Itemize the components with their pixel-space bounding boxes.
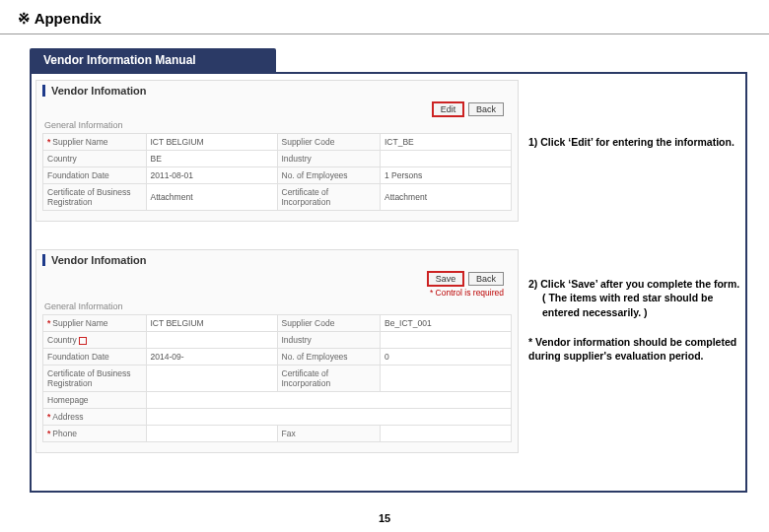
- val: Be_ICT_001: [381, 315, 512, 332]
- page-title: ※ Appendix: [0, 0, 769, 34]
- lbl: Foundation Date: [43, 167, 147, 184]
- val: ICT BELGIUM: [146, 134, 277, 151]
- val: 2014-09-: [146, 349, 277, 366]
- red-box-icon: [79, 337, 87, 345]
- instruction-2b: ( The items with red star should be ente…: [528, 291, 741, 318]
- edit-button[interactable]: Edit: [433, 102, 464, 116]
- vendor-heading: Vendor Infomation: [42, 254, 512, 266]
- val: 1 Persons: [381, 167, 512, 184]
- save-button[interactable]: Save: [428, 272, 464, 286]
- lbl: Country: [43, 151, 147, 167]
- title-symbol: ※: [18, 10, 31, 27]
- val: 2011-08-01: [146, 167, 277, 184]
- lbl: Foundation Date: [43, 349, 147, 366]
- title-text: Appendix: [35, 10, 102, 27]
- lbl: No. of Employees: [277, 167, 381, 184]
- back-button[interactable]: Back: [468, 102, 504, 116]
- sub-heading: General Information: [44, 120, 512, 130]
- main-panel: Vendor Infomation Edit Back General Info…: [30, 72, 747, 493]
- vendor-block-edit: Vendor Infomation Edit Back General Info…: [35, 80, 519, 222]
- instruction-note: * Vendor information should be completed…: [528, 335, 741, 363]
- button-row: Edit Back: [42, 102, 512, 116]
- instructions: 1) Click ‘Edit’ for entering the informa…: [528, 80, 741, 481]
- vendor-block-save: Vendor Infomation Save Back * Control is…: [35, 249, 519, 453]
- val: Attachment: [381, 184, 512, 211]
- instruction-2a: 2) Click ‘Save’ after you complete the f…: [528, 277, 741, 291]
- lbl: Certificate of Business Registration: [43, 184, 147, 211]
- back-button[interactable]: Back: [468, 272, 504, 286]
- val: [381, 332, 512, 349]
- lbl: Country: [47, 335, 77, 345]
- button-row: Save Back: [42, 272, 512, 286]
- lbl: Phone: [52, 429, 77, 438]
- instruction-1: 1) Click ‘Edit’ for entering the informa…: [528, 135, 741, 149]
- val: [146, 332, 277, 349]
- lbl: Supplier Code: [277, 315, 381, 332]
- val: Attachment: [146, 184, 277, 211]
- val: ICT_BE: [381, 134, 512, 151]
- lbl: Certificate of Incorporation: [277, 366, 381, 392]
- lbl: Industry: [277, 151, 381, 167]
- info-table: *Supplier Name ICT BELGIUM Supplier Code…: [42, 133, 512, 211]
- lbl: Fax: [277, 426, 381, 442]
- section-tab: Vendor Information Manual: [30, 48, 276, 72]
- lbl: Address: [52, 412, 83, 422]
- page-number: 15: [0, 512, 769, 524]
- val: ICT BELGIUM: [146, 315, 277, 332]
- lbl: Certificate of Incorporation: [277, 184, 381, 211]
- info-table: *Supplier Name ICT BELGIUM Supplier Code…: [42, 314, 512, 442]
- lbl: Certificate of Business Registration: [43, 366, 147, 392]
- val: 0: [381, 349, 512, 366]
- lbl: Industry: [277, 332, 381, 349]
- val: [381, 151, 512, 167]
- lbl: Supplier Name: [52, 318, 107, 328]
- lbl: Homepage: [43, 392, 147, 409]
- lbl: No. of Employees: [277, 349, 381, 366]
- val: BE: [146, 151, 277, 167]
- vendor-heading: Vendor Infomation: [42, 85, 512, 97]
- lbl: Supplier Code: [277, 134, 381, 151]
- lbl: Supplier Name: [52, 137, 107, 147]
- sub-heading: General Information: [44, 301, 512, 311]
- required-note: * Control is required: [42, 288, 512, 298]
